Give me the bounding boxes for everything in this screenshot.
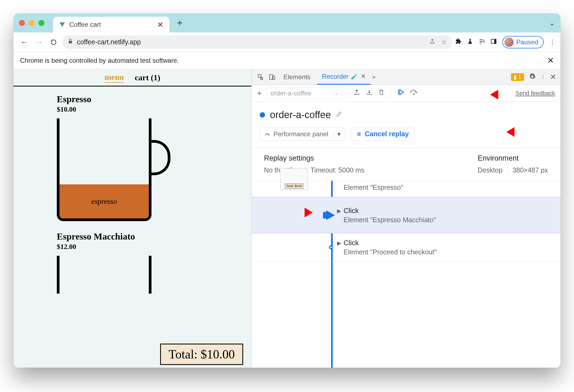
product-title: Espresso Macchiato <box>57 231 251 242</box>
devtools-close-icon[interactable]: ✕ <box>550 72 556 81</box>
reading-list-icon[interactable] <box>479 38 485 46</box>
cart-total-button[interactable]: Total: $10.00 <box>160 344 243 365</box>
tab-title: Coffee cart <box>69 21 101 28</box>
step-over-icon[interactable] <box>410 89 418 97</box>
automation-banner-text: Chrome is being controlled by automated … <box>20 57 179 64</box>
product-title: Espresso <box>57 94 251 104</box>
titlebar: Coffee cart ✕ + ⌄ <box>14 14 560 32</box>
recording-name: order-a-coffee <box>270 109 331 121</box>
tab-recorder[interactable]: Recorder 🧪 ✕ <box>317 69 371 85</box>
new-tab-button[interactable]: + <box>177 17 183 29</box>
product-price: $10.00 <box>57 105 251 114</box>
extensions-icon[interactable] <box>455 38 462 46</box>
product-espresso: Espresso $10.00 espresso <box>14 87 251 224</box>
tab-elements[interactable]: Elements <box>279 69 315 85</box>
profile-paused-chip[interactable]: Paused <box>502 36 544 48</box>
import-icon[interactable] <box>366 89 372 97</box>
timeline-step[interactable]: Total: $0.00 Element "Espresso" <box>252 181 560 197</box>
step-thumbnail: Total: $0.00 <box>280 168 308 190</box>
svg-point-4 <box>413 94 414 95</box>
coffee-cup-icon[interactable]: espresso <box>57 118 170 224</box>
labs-icon[interactable] <box>467 38 473 46</box>
banner-close-icon[interactable]: ✕ <box>547 56 554 65</box>
devtools-panel: Elements Recorder 🧪 ✕ » ▮ 1 ⋮ ✕ <box>252 69 560 368</box>
gear-icon[interactable] <box>529 73 536 81</box>
cup-fill-label: espresso <box>60 184 149 218</box>
nav-cart-link[interactable]: cart (1) <box>135 73 160 82</box>
toolbar: ← → coffee-cart.netlify.app ☆ Paused ⋮ <box>14 32 560 52</box>
step-marker <box>329 245 333 249</box>
product-macchiato: Espresso Macchiato $12.00 <box>14 224 251 288</box>
browser-tab[interactable]: Coffee cart ✕ <box>53 17 169 32</box>
side-panel-icon[interactable] <box>490 38 497 46</box>
recording-status-dot <box>260 112 265 118</box>
chevron-down-icon: ⌄ <box>334 90 338 96</box>
current-step-marker <box>326 210 335 220</box>
step-action: Click <box>344 207 436 215</box>
inspect-icon[interactable] <box>256 72 266 82</box>
address-bar[interactable]: coffee-cart.netlify.app ☆ <box>62 35 453 49</box>
tabs-dropdown-icon[interactable]: ⌄ <box>549 19 555 27</box>
content-split: menu cart (1) Espresso $10.00 espresso E… <box>14 69 560 368</box>
webpage: menu cart (1) Espresso $10.00 espresso E… <box>14 69 252 368</box>
product-price: $12.00 <box>57 243 251 251</box>
url-text: coffee-cart.netlify.app <box>77 38 141 46</box>
replay-icon[interactable] <box>397 88 404 98</box>
replay-settings-title: Replay settings <box>264 154 364 162</box>
reload-icon <box>50 39 57 46</box>
timeline-step-current[interactable]: ▶ Click Element "Espresso Macchiato" <box>252 197 560 233</box>
coffee-cup-icon[interactable] <box>57 256 170 288</box>
total-label: Total: $10.00 <box>169 347 235 361</box>
back-button[interactable]: ← <box>18 36 30 48</box>
svg-rect-1 <box>494 39 496 44</box>
recording-selector[interactable]: order-a-coffee ⌄ <box>267 88 342 99</box>
avatar <box>504 38 514 47</box>
reload-button[interactable] <box>48 36 60 48</box>
nav-menu-link[interactable]: menu <box>105 72 124 83</box>
more-tabs-icon[interactable]: » <box>372 74 375 81</box>
device-toggle-icon[interactable] <box>267 72 277 82</box>
devtools-tabs: Elements Recorder 🧪 ✕ » ▮ 1 ⋮ ✕ <box>252 69 560 85</box>
expand-icon[interactable]: ▶ <box>337 240 341 246</box>
tab-close-icon[interactable]: ✕ <box>361 73 366 80</box>
window-minimize-button[interactable] <box>29 20 35 26</box>
step-target: Element "Proceed to checkout" <box>344 248 437 256</box>
steps-timeline: Total: $0.00 Element "Espresso" ▶ Click … <box>252 181 560 368</box>
recorder-toolbar: + order-a-coffee ⌄ Send feedback <box>252 85 560 102</box>
recording-selector-value: order-a-coffee <box>271 89 311 97</box>
share-icon[interactable] <box>429 38 435 46</box>
cancel-replay-button[interactable]: Cancel replay <box>351 127 415 141</box>
page-nav: menu cart (1) <box>14 69 251 87</box>
issues-badge[interactable]: ▮ 1 <box>511 73 524 81</box>
step-action: Click <box>344 239 437 247</box>
tab-close-icon[interactable]: ✕ <box>157 20 163 29</box>
env-device: Desktop <box>478 166 503 174</box>
timeout-value[interactable]: Timeout: 5000 ms <box>311 166 364 174</box>
warning-icon: ▮ <box>514 74 517 80</box>
toolbar-icons: Paused ⋮ <box>455 36 556 48</box>
flask-icon: 🧪 <box>351 73 358 80</box>
forward-button[interactable]: → <box>33 36 45 48</box>
window-maximize-button[interactable] <box>38 20 44 26</box>
bookmark-icon[interactable]: ☆ <box>441 38 447 46</box>
send-feedback-link[interactable]: Send feedback <box>515 90 555 97</box>
expand-icon[interactable]: ▶ <box>337 208 341 214</box>
window-close-button[interactable] <box>19 20 25 26</box>
timeline-step[interactable]: ▶ Click Element "Proceed to checkout" <box>252 233 560 262</box>
kebab-icon[interactable]: ⋮ <box>541 74 545 79</box>
kebab-menu-icon[interactable]: ⋮ <box>549 38 556 46</box>
automation-banner: Chrome is being controlled by automated … <box>14 52 560 69</box>
environment-title: Environment <box>478 154 548 162</box>
export-icon[interactable] <box>354 89 360 97</box>
edit-icon[interactable] <box>336 111 342 119</box>
delete-icon[interactable] <box>378 89 384 97</box>
vue-icon <box>59 21 65 28</box>
add-recording-button[interactable]: + <box>257 89 262 98</box>
lock-icon <box>68 39 73 46</box>
recording-header: order-a-coffee Performance panel ▾ Cance… <box>252 102 560 148</box>
browser-window: Coffee cart ✕ + ⌄ ← → coffee-cart.netlif… <box>14 14 560 368</box>
performance-panel-button[interactable]: Performance panel ▾ <box>260 127 345 141</box>
warning-count: 1 <box>518 74 521 80</box>
gauge-icon <box>264 131 270 137</box>
step-target: Element "Espresso Macchiato" <box>344 216 436 224</box>
